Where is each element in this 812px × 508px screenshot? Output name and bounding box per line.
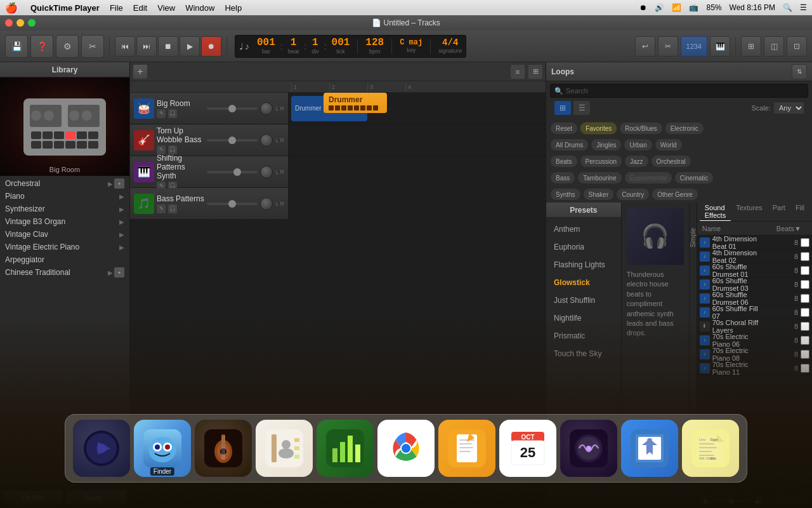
menu-help[interactable]: Help (225, 3, 242, 13)
filter-country[interactable]: Country (616, 188, 650, 201)
menu-file[interactable]: File (110, 3, 123, 13)
tab-sound-effects[interactable]: Sound Effects (700, 203, 731, 221)
footer-volume-slider[interactable] (714, 500, 752, 502)
library-item-vintage-clav[interactable]: Vintage Clav ▶ (0, 228, 129, 241)
window-minimize[interactable] (16, 19, 24, 27)
menu-list-icon[interactable]: ☰ (800, 3, 807, 12)
loop-checkbox[interactable] (801, 238, 809, 247)
loop-row-1[interactable]: ♪ 4th Dimension Beat 02 8 (697, 250, 812, 264)
menu-quicktime[interactable]: QuickTime Player (30, 3, 100, 13)
track-content-wobble[interactable] (289, 124, 546, 156)
menu-search-icon[interactable]: 🔍 (783, 3, 792, 12)
dock-item-pages[interactable] (438, 420, 495, 477)
track-volume-fader-4[interactable] (207, 203, 258, 205)
dock-item-quicktime[interactable] (73, 420, 130, 477)
loop-row-0[interactable]: ♪ 4th Dimension Beat 01 8 (697, 236, 812, 250)
dock-item-chrome[interactable] (377, 420, 435, 477)
menu-wifi-icon[interactable]: 📶 (672, 3, 681, 12)
loop-row-6[interactable]: ⬇ 70s Choral Riff Layers 8 (697, 319, 812, 333)
loop-row-8[interactable]: ♪ 70s Electric Piano 08 8 (697, 347, 812, 361)
cut-button[interactable]: ✂ (81, 35, 104, 58)
track-headphone-icon[interactable]: 🎧 (168, 204, 177, 213)
loops-search-bar[interactable]: 🔍 Search (550, 84, 808, 98)
preset-flashing-lights[interactable]: Flashing Lights (546, 256, 621, 274)
track-volume-fader[interactable] (207, 107, 258, 110)
menu-airplay-icon[interactable]: 📺 (689, 3, 698, 12)
loop-row-3[interactable]: ♪ 60s Shuffle Drumset 03 8 (697, 277, 812, 291)
filter-experimental[interactable]: Experimental (624, 171, 672, 184)
menu-view[interactable]: View (157, 3, 175, 13)
add-track-button[interactable]: + (133, 64, 148, 79)
filter-urban[interactable]: Urban (624, 138, 652, 151)
loops-action-btn[interactable]: ⇅ (792, 64, 807, 79)
fastforward-button[interactable]: ⏭ (136, 36, 157, 57)
tab-part[interactable]: Part (768, 203, 790, 221)
piano-roll-button[interactable]: 🎹 (710, 36, 730, 57)
filter-electronic[interactable]: Electronic (665, 122, 704, 135)
loop-checkbox[interactable] (801, 322, 809, 331)
preset-just-shufflin[interactable]: Just Shufflin (546, 291, 621, 309)
loop-row-2[interactable]: ♪ 60s Shuffle Drumset 01 8 (697, 264, 812, 277)
col-sort-icon[interactable]: ▼ (794, 225, 807, 232)
track-content-synth[interactable] (289, 156, 546, 187)
help-button[interactable]: ❓ (30, 35, 53, 58)
filter-world[interactable]: World (655, 138, 683, 151)
track-volume-knob-3[interactable] (260, 166, 273, 178)
tab-textures[interactable]: Textures (731, 203, 768, 221)
loop-checkbox[interactable] (801, 364, 809, 373)
filter-tambourine[interactable]: Tambourine (577, 171, 622, 184)
library-item-orchestral[interactable]: Orchestral ▶ + (0, 177, 129, 190)
filter-other-genre[interactable]: Other Genre (652, 188, 698, 201)
preset-glowstick[interactable]: Glowstick (546, 274, 621, 291)
dock-item-numbers[interactable] (317, 420, 374, 477)
library-item-vintage-ep[interactable]: Vintage Electric Piano ▶ (0, 241, 129, 253)
track-mute-icon[interactable]: ✎ (157, 109, 166, 118)
record-button[interactable]: ⏺ (201, 36, 221, 57)
track-view-list[interactable]: ≡ (510, 64, 525, 79)
window-close[interactable] (5, 19, 13, 27)
loop-checkbox[interactable] (801, 350, 809, 359)
tab-fill[interactable]: Fill (790, 203, 809, 221)
library-item-chinese-traditional[interactable]: Chinese Traditional ▶ + (0, 266, 129, 279)
track-volume-knob[interactable] (260, 102, 273, 115)
loop-checkbox[interactable] (801, 266, 809, 275)
filter-reset[interactable]: Reset (550, 122, 578, 135)
filter-percussion[interactable]: Percussion (580, 155, 622, 168)
filter-orchestral[interactable]: Orchestral (651, 155, 691, 168)
loops-list-view[interactable]: ☰ (573, 100, 591, 116)
filter-alldrums[interactable]: All Drums (550, 138, 589, 151)
track-volume-fader-2[interactable] (207, 139, 258, 142)
loop-row-5[interactable]: ♪ 60s Shuffle Fill 07 8 (697, 305, 812, 319)
scissor-button[interactable]: ✂ (658, 36, 678, 57)
browser-button[interactable]: ◫ (764, 36, 784, 57)
track-view-icon[interactable]: ⊞ (528, 64, 543, 79)
tracks-view-button[interactable]: ⊞ (741, 36, 761, 57)
filter-favorites[interactable]: Favorites (580, 122, 617, 135)
track-volume-knob-2[interactable] (260, 134, 273, 147)
undo-button[interactable]: ↩ (635, 36, 655, 57)
track-edit-icon[interactable]: ✎ (157, 145, 166, 154)
loops-grid-view[interactable]: ⊞ (554, 100, 572, 116)
play-button[interactable]: ▶ (180, 36, 200, 57)
library-item-arpeggiator[interactable]: Arpeggiator (0, 253, 129, 266)
dock-item-garageband[interactable] (195, 420, 252, 477)
loops-button[interactable]: ⊡ (787, 36, 807, 57)
window-maximize[interactable] (28, 19, 36, 27)
dock-item-stickies[interactable]: Lou 555-7361 Eggs Milk (682, 420, 739, 477)
apple-menu[interactable]: 🍎 (5, 2, 18, 14)
track-content-bass[interactable] (289, 188, 546, 219)
preset-touch-the-sky[interactable]: Touch the Sky (546, 345, 621, 363)
library-item-vintage-b3[interactable]: Vintage B3 Organ ▶ (0, 215, 129, 228)
filter-jingles[interactable]: Jingles (591, 138, 622, 151)
expand-icon[interactable]: + (114, 178, 124, 189)
filter-synths[interactable]: Synths (550, 188, 581, 201)
preset-nightlife[interactable]: Nightlife (546, 309, 621, 327)
dock-item-logic[interactable] (560, 420, 617, 477)
stop-button[interactable]: ⏹ (158, 36, 178, 57)
loop-checkbox[interactable] (801, 252, 809, 261)
loop-checkbox[interactable] (801, 308, 809, 317)
track-headphone-icon[interactable]: 🎧 (168, 109, 177, 118)
track-headphone-icon[interactable]: 🎧 (168, 145, 177, 154)
menu-edit[interactable]: Edit (133, 3, 147, 13)
filter-rockblues[interactable]: Rock/Blues (619, 122, 663, 135)
